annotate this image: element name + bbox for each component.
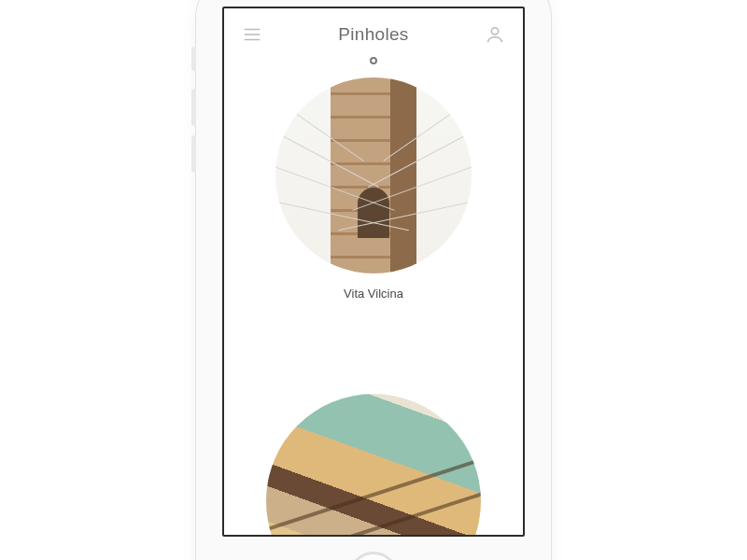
- app-header: Pinholes: [224, 8, 523, 51]
- phone-volume-up: [191, 89, 196, 126]
- user-icon: [485, 24, 505, 45]
- feed[interactable]: Vita Vilcina: [224, 77, 523, 535]
- feed-card-caption: Vita Vilcina: [344, 287, 403, 301]
- bridge-tower: [331, 77, 416, 273]
- phone-frame: Pinholes: [196, 0, 551, 560]
- feed-card[interactable]: [266, 329, 481, 535]
- profile-button[interactable]: [484, 23, 506, 46]
- feed-card-image[interactable]: [275, 77, 472, 273]
- pull-refresh-indicator: [370, 57, 377, 64]
- phone-mute-switch: [191, 47, 196, 71]
- menu-button[interactable]: [241, 23, 263, 46]
- svg-point-3: [491, 28, 498, 35]
- phone-home-button[interactable]: [348, 552, 399, 560]
- phone-volume-down: [191, 135, 196, 173]
- feed-card[interactable]: Vita Vilcina: [275, 77, 472, 301]
- app-screen: Pinholes: [222, 7, 525, 537]
- feed-card-image[interactable]: [266, 394, 481, 535]
- hamburger-icon: [242, 24, 262, 45]
- bridge-arch: [358, 188, 389, 238]
- app-title: Pinholes: [338, 24, 408, 45]
